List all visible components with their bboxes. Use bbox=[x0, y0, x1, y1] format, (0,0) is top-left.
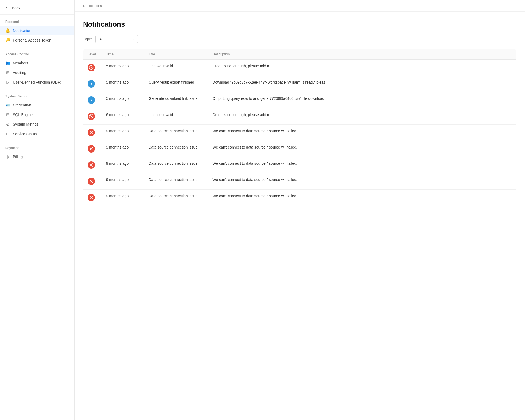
sidebar-item-label: Personal Access Token bbox=[13, 38, 51, 42]
level-cell: i bbox=[83, 92, 102, 108]
title-cell: License invalid bbox=[144, 60, 208, 76]
col-header-time: Time bbox=[102, 49, 144, 60]
sidebar-item-notification[interactable]: 🔔Notification bbox=[0, 26, 74, 35]
sidebar-item-members[interactable]: 👥Members bbox=[0, 58, 74, 68]
chevron-down-icon: ▾ bbox=[132, 38, 134, 41]
time-cell: 6 months ago bbox=[102, 108, 144, 125]
title-cell: Data source connection issue bbox=[144, 125, 208, 141]
sidebar-item-credentials[interactable]: 🪪Credentials bbox=[0, 100, 74, 110]
level-icon bbox=[88, 113, 95, 120]
description-cell: We can't connect to data source " source… bbox=[208, 190, 516, 206]
sidebar-item-sql-engine[interactable]: ⊟SQL Engine bbox=[0, 110, 74, 120]
time-cell: 9 months ago bbox=[102, 157, 144, 173]
card-icon: 🪪 bbox=[5, 103, 10, 108]
sidebar-item-billing[interactable]: $Billing bbox=[0, 152, 74, 162]
level-cell: i bbox=[83, 76, 102, 92]
sidebar-item-label: Service Status bbox=[13, 132, 37, 136]
notifications-table: Level Time Title Description 5 months ag… bbox=[83, 49, 516, 206]
svg-line-1 bbox=[90, 66, 93, 69]
sidebar-item-service-status[interactable]: ⊡Service Status bbox=[0, 129, 74, 139]
sidebar-item-udf[interactable]: fxUser-Defined Function (UDF) bbox=[0, 77, 74, 87]
sidebar-section-access-control: Access Control👥Members⊞AuditingfxUser-De… bbox=[0, 47, 74, 89]
description-cell: Outputting query results and gene 77269f… bbox=[208, 92, 516, 108]
level-cell bbox=[83, 125, 102, 141]
sidebar-section-system-setting: System Setting🪪Credentials⊟SQL Engine⊙Sy… bbox=[0, 89, 74, 141]
table-row: 9 months agoData source connection issue… bbox=[83, 190, 516, 206]
content-area: Notifications Type: All ▾ Level Time Tit… bbox=[75, 12, 525, 420]
table-row: 9 months agoData source connection issue… bbox=[83, 157, 516, 173]
level-cell bbox=[83, 60, 102, 76]
level-cell bbox=[83, 190, 102, 206]
level-cell bbox=[83, 157, 102, 173]
back-label: Back bbox=[12, 6, 20, 10]
fx-icon: fx bbox=[5, 80, 10, 85]
sidebar-item-auditing[interactable]: ⊞Auditing bbox=[0, 68, 74, 77]
description-cell: We can't connect to data source " source… bbox=[208, 173, 516, 190]
svg-line-3 bbox=[90, 115, 93, 118]
sidebar-section-title: System Setting bbox=[0, 94, 74, 100]
sidebar-section-title: Payment bbox=[0, 146, 74, 152]
table-row: i5 months agoGenerate download link issu… bbox=[83, 92, 516, 108]
sidebar-section-personal: Personal🔔Notification🔑Personal Access To… bbox=[0, 15, 74, 47]
title-cell: License invalid bbox=[144, 108, 208, 125]
key-icon: 🔑 bbox=[5, 38, 10, 43]
level-icon bbox=[88, 178, 95, 185]
people-icon: 👥 bbox=[5, 61, 10, 65]
description-cell: We can't connect to data source " source… bbox=[208, 157, 516, 173]
level-cell bbox=[83, 141, 102, 157]
sidebar-section-payment: Payment$Billing bbox=[0, 141, 74, 164]
sidebar-item-label: SQL Engine bbox=[13, 113, 33, 117]
time-cell: 9 months ago bbox=[102, 190, 144, 206]
sidebar-item-system-metrics[interactable]: ⊙System Metrics bbox=[0, 120, 74, 129]
table-header-row: Level Time Title Description bbox=[83, 49, 516, 60]
title-cell: Data source connection issue bbox=[144, 190, 208, 206]
description-cell: We can't connect to data source " source… bbox=[208, 125, 516, 141]
title-cell: Data source connection issue bbox=[144, 173, 208, 190]
level-icon: i bbox=[88, 80, 95, 88]
time-cell: 5 months ago bbox=[102, 92, 144, 108]
level-icon bbox=[88, 64, 95, 71]
monitor-icon: ⊡ bbox=[5, 131, 10, 136]
sidebar-section-title: Personal bbox=[0, 20, 74, 26]
bell-icon: 🔔 bbox=[5, 28, 10, 33]
sidebar-item-label: System Metrics bbox=[13, 122, 38, 126]
description-cell: We can't connect to data source " source… bbox=[208, 141, 516, 157]
dollar-icon: $ bbox=[5, 154, 10, 159]
time-cell: 5 months ago bbox=[102, 76, 144, 92]
grid-icon: ⊞ bbox=[5, 70, 10, 75]
breadcrumb: Notifications bbox=[75, 0, 525, 12]
page-title: Notifications bbox=[83, 20, 516, 28]
table-row: i5 months agoQuery result export finishe… bbox=[83, 76, 516, 92]
description-cell: Download "9d09c3c7-52ee-442f- workspace … bbox=[208, 76, 516, 92]
table-row: 6 months agoLicense invalidCredit is not… bbox=[83, 108, 516, 125]
table-row: 9 months agoData source connection issue… bbox=[83, 125, 516, 141]
title-cell: Generate download link issue bbox=[144, 92, 208, 108]
time-cell: 9 months ago bbox=[102, 141, 144, 157]
sidebar-item-label: Notification bbox=[13, 28, 31, 33]
type-filter-select[interactable]: All ▾ bbox=[95, 35, 138, 43]
description-cell: Credit is not enough, please add m bbox=[208, 108, 516, 125]
level-cell bbox=[83, 108, 102, 125]
time-cell: 9 months ago bbox=[102, 125, 144, 141]
col-header-description: Description bbox=[208, 49, 516, 60]
filter-value: All bbox=[99, 37, 104, 41]
main-content: Notifications Notifications Type: All ▾ … bbox=[75, 0, 525, 420]
level-icon bbox=[88, 161, 95, 169]
sidebar-item-personal-access-token[interactable]: 🔑Personal Access Token bbox=[0, 35, 74, 45]
server-icon: ⊟ bbox=[5, 112, 10, 117]
level-icon bbox=[88, 194, 95, 201]
sidebar-item-label: Billing bbox=[13, 155, 23, 159]
table-row: 5 months agoLicense invalidCredit is not… bbox=[83, 60, 516, 76]
filter-label: Type: bbox=[83, 37, 92, 41]
level-icon bbox=[88, 145, 95, 153]
sidebar-item-label: Members bbox=[13, 61, 28, 65]
search-icon: ⊙ bbox=[5, 122, 10, 127]
description-cell: Credit is not enough, please add m bbox=[208, 60, 516, 76]
table-row: 9 months agoData source connection issue… bbox=[83, 141, 516, 157]
level-cell bbox=[83, 173, 102, 190]
level-icon: i bbox=[88, 96, 95, 104]
title-cell: Data source connection issue bbox=[144, 157, 208, 173]
back-button[interactable]: ← Back bbox=[0, 0, 74, 15]
level-icon bbox=[88, 129, 95, 136]
sidebar-section-title: Access Control bbox=[0, 52, 74, 58]
